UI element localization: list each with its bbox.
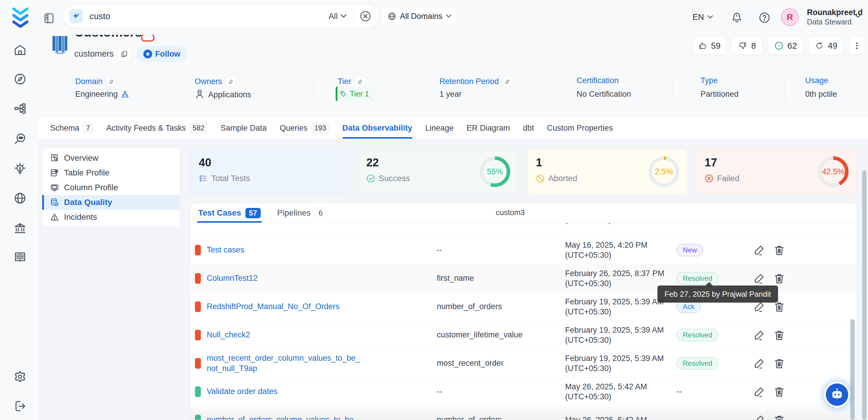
sidebar-item-incidents[interactable]: Incidents <box>42 210 180 224</box>
edit-retention-icon[interactable] <box>502 76 513 87</box>
sidebar-item-label: Column Profile <box>64 183 118 192</box>
user-avatar[interactable]: R <box>781 8 799 26</box>
table-row[interactable]: number_of_orders_column_values_to_be_ nu… <box>190 406 857 420</box>
stat-card-failed[interactable]: 17 Failed 42.5% <box>696 149 857 194</box>
language-label: EN <box>692 12 704 22</box>
tab-schema[interactable]: Schema7 <box>50 117 93 139</box>
tab-pipelines[interactable]: Pipelines 6 <box>277 203 327 223</box>
more-actions-button[interactable] <box>849 36 865 55</box>
date-cell: May 26, 2025, 5:42 AM <box>565 415 665 420</box>
edit-icon[interactable] <box>753 357 765 369</box>
test-case-link[interactable]: number_of_orders_column_values_to_be_ <box>207 415 360 420</box>
owners-value[interactable]: Applications <box>195 90 251 100</box>
user-name: Rounakpreet.d <box>807 8 863 17</box>
edit-icon[interactable] <box>753 272 765 284</box>
tab-sample-data[interactable]: Sample Data <box>221 117 267 139</box>
stat-card-success[interactable]: 22 Success 55% <box>358 149 518 194</box>
tier-badge[interactable]: Tier 1 <box>336 86 375 101</box>
trash-icon[interactable] <box>773 414 785 420</box>
chevron-down-icon[interactable] <box>855 14 861 18</box>
page-scrollbar[interactable] <box>862 171 867 420</box>
success-donut: 55% <box>479 156 510 187</box>
domain-value[interactable]: Engineering <box>75 90 129 99</box>
logout-icon[interactable] <box>13 400 27 413</box>
user-menu[interactable]: Rounakpreet.d Data Steward <box>807 8 863 27</box>
status-badge[interactable]: Resolved <box>677 357 718 369</box>
test-case-link[interactable]: ColumnTest12 <box>207 273 360 283</box>
lineage-flow-icon[interactable] <box>13 102 27 115</box>
app-logo-icon[interactable] <box>11 6 30 28</box>
trash-icon[interactable] <box>773 244 785 256</box>
tab-er-diagram[interactable]: ER Diagram <box>467 117 510 139</box>
test-case-link[interactable]: RedshiftProd_Manual_No_Of_Orders <box>207 301 360 312</box>
search-clear-icon[interactable] <box>360 11 371 22</box>
search-input[interactable]: custo <box>90 11 329 21</box>
follow-button[interactable]: ★ Follow <box>136 46 187 62</box>
sidebar-item-data-quality[interactable]: Data Quality <box>42 195 180 210</box>
home-icon[interactable] <box>13 44 27 57</box>
test-case-link[interactable]: most_recent_order_column_values_to_be_no… <box>207 353 360 374</box>
status-badge[interactable]: New <box>677 244 703 256</box>
table-row[interactable]: most_recent_order_column_values_to_be_no… <box>190 349 857 378</box>
trash-icon[interactable] <box>773 329 785 341</box>
stat-card-aborted[interactable]: 1 Aborted 2.5% <box>527 149 687 194</box>
column-cell: most_recent_order <box>437 359 534 368</box>
stat-card-total-tests[interactable]: 40 Total Tests <box>190 149 349 194</box>
divider <box>171 78 172 102</box>
govern-bank-icon[interactable] <box>13 222 27 235</box>
sidebar-item-column-profile[interactable]: Column Profile <box>42 180 180 195</box>
table-scrollbar[interactable] <box>850 319 855 420</box>
edit-icon[interactable] <box>753 329 765 341</box>
table-row[interactable]: Null_check2 customer_lifetime_value Febr… <box>190 321 857 349</box>
edit-icon[interactable] <box>753 414 765 420</box>
status-badge[interactable]: Resolved <box>677 329 718 341</box>
tab-queries[interactable]: Queries193 <box>280 117 330 139</box>
help-icon[interactable] <box>758 12 770 24</box>
test-status-marker <box>195 330 201 340</box>
hierarchy-icon <box>121 91 129 98</box>
tab-lineage[interactable]: Lineage <box>425 117 454 139</box>
tab-data-observability[interactable]: Data Observability <box>342 117 412 139</box>
observability-search-eye-icon[interactable] <box>13 132 27 145</box>
explore-compass-icon[interactable] <box>13 72 27 86</box>
sidebar-item-table-profile[interactable]: Table Profile <box>42 166 180 180</box>
sidebar-item-overview[interactable]: Overview <box>42 151 180 166</box>
all-domains-dropdown[interactable]: All Domains <box>381 7 458 25</box>
tab-activity-feeds[interactable]: Activity Feeds & Tasks582 <box>106 117 208 139</box>
tab-custom-properties[interactable]: Custom Properties <box>547 117 613 139</box>
language-dropdown[interactable]: EN <box>692 12 713 22</box>
table-row[interactable]: Validate order dates -- May 26, 2025, 5:… <box>190 378 857 406</box>
table-row[interactable]: Test cases -- May 16, 2025, 4:20 PM(UTC+… <box>190 236 857 264</box>
insights-bulb-icon[interactable] <box>13 162 27 175</box>
tab-test-cases[interactable]: Test Cases 57 <box>198 203 261 223</box>
downvote-button[interactable]: 8 <box>732 36 763 55</box>
edit-icon[interactable] <box>753 386 765 398</box>
trash-icon[interactable] <box>773 272 785 284</box>
chat-assistant-button[interactable] <box>826 384 848 406</box>
health-button[interactable]: 62 <box>768 36 803 55</box>
document-search-icon <box>50 153 59 163</box>
copy-icon[interactable] <box>118 47 131 61</box>
sidebar-toggle-icon[interactable] <box>44 12 55 24</box>
notifications-bell-icon[interactable] <box>731 12 743 24</box>
date-cell: May 16, 2025, 4:20 PM(UTC+05:30) <box>565 240 665 260</box>
global-search-bar[interactable]: custo All <box>63 4 379 28</box>
test-status-marker <box>195 358 201 369</box>
edit-icon[interactable] <box>753 244 765 256</box>
trash-icon[interactable] <box>773 357 785 369</box>
test-case-link[interactable]: Test cases <box>207 245 360 255</box>
test-case-link[interactable]: Validate order dates <box>207 386 360 397</box>
test-case-link[interactable]: Null_check2 <box>207 330 360 340</box>
retention-value: 1 year <box>439 90 462 99</box>
domains-globe-icon[interactable] <box>13 192 27 205</box>
edit-tier-icon[interactable] <box>355 76 365 87</box>
settings-gear-icon[interactable] <box>13 370 27 383</box>
edit-domain-icon[interactable] <box>106 76 117 87</box>
runs-button[interactable]: 49 <box>809 36 843 55</box>
edit-owners-icon[interactable] <box>226 76 236 87</box>
trash-icon[interactable] <box>773 386 785 398</box>
upvote-button[interactable]: 59 <box>692 36 726 55</box>
search-scope-dropdown[interactable]: All <box>329 11 346 21</box>
glossary-book-icon[interactable] <box>13 251 27 264</box>
tab-dbt[interactable]: dbt <box>523 117 534 139</box>
